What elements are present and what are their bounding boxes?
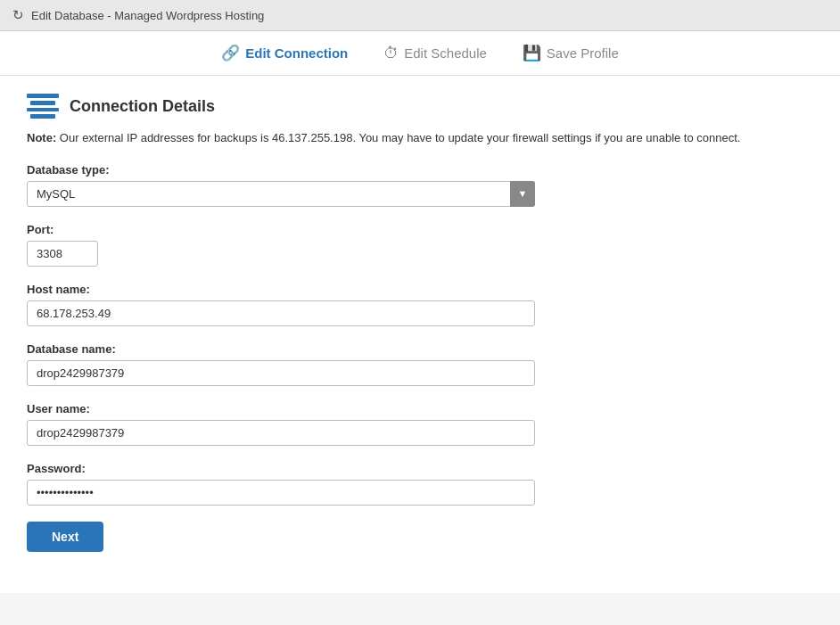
- database-type-group: Database type: MySQL PostgreSQL MSSQL Or…: [27, 163, 535, 207]
- database-icon: [27, 94, 59, 119]
- username-label: User name:: [27, 402, 535, 415]
- nav-save-profile-label: Save Profile: [547, 45, 619, 61]
- password-input[interactable]: [27, 480, 535, 506]
- database-name-input[interactable]: [27, 360, 535, 386]
- main-content: Connection Details Note: Our external IP…: [0, 76, 840, 593]
- database-name-label: Database name:: [27, 342, 535, 356]
- username-input[interactable]: [27, 420, 535, 446]
- hostname-label: Host name:: [27, 283, 535, 296]
- hostname-group: Host name:: [27, 283, 535, 326]
- database-name-group: Database name:: [27, 342, 535, 386]
- clock-icon: ⏱: [383, 45, 399, 62]
- database-type-select-wrapper: MySQL PostgreSQL MSSQL Oracle: [27, 181, 535, 207]
- hostname-input[interactable]: [27, 300, 535, 326]
- nav-edit-schedule-label: Edit Schedule: [404, 45, 487, 61]
- note-prefix: Note:: [27, 131, 56, 144]
- nav-edit-connection-label: Edit Connection: [245, 45, 348, 61]
- username-group: User name:: [27, 402, 535, 446]
- note-text: Note: Our external IP addresses for back…: [27, 129, 813, 147]
- save-icon: 💾: [523, 44, 541, 62]
- nav-save-profile[interactable]: 💾 Save Profile: [523, 44, 619, 62]
- top-nav: 🔗 Edit Connection ⏱ Edit Schedule 💾 Save…: [0, 31, 840, 76]
- password-group: Password:: [27, 462, 535, 506]
- nav-edit-schedule[interactable]: ⏱ Edit Schedule: [383, 45, 487, 62]
- database-type-select[interactable]: MySQL PostgreSQL MSSQL Oracle: [27, 181, 535, 207]
- link-icon: 🔗: [221, 44, 240, 62]
- port-group: Port:: [27, 223, 535, 267]
- section-header: Connection Details: [27, 94, 813, 119]
- next-button[interactable]: Next: [27, 522, 103, 552]
- nav-edit-connection[interactable]: 🔗 Edit Connection: [221, 44, 348, 62]
- note-body: Our external IP addresses for backups is…: [60, 131, 741, 144]
- password-label: Password:: [27, 462, 535, 475]
- title-bar-text: Edit Database - Managed Wordpress Hostin…: [31, 9, 264, 22]
- section-title: Connection Details: [70, 97, 215, 116]
- database-type-label: Database type:: [27, 163, 535, 177]
- title-bar: ↻ Edit Database - Managed Wordpress Host…: [0, 0, 840, 31]
- port-input[interactable]: [27, 241, 98, 267]
- port-label: Port:: [27, 223, 535, 236]
- title-bar-icon: ↻: [12, 7, 24, 23]
